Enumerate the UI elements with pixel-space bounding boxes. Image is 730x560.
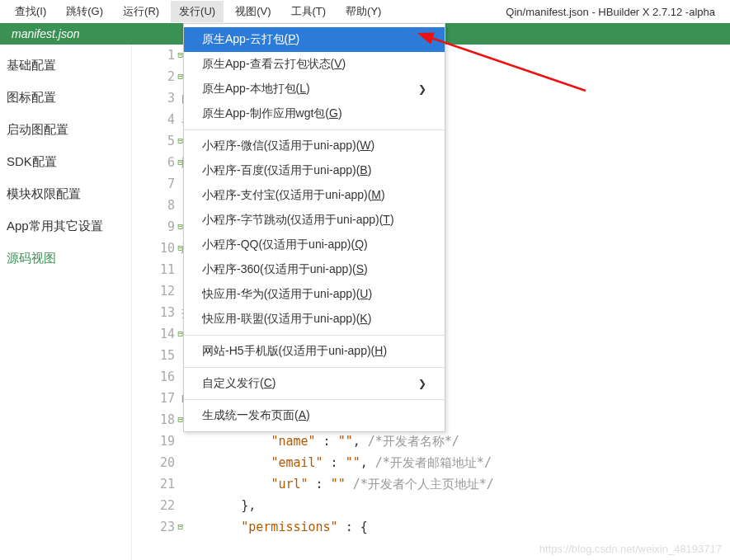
chevron-right-icon: ❯ [418, 378, 426, 389]
publish-dropdown: 原生App-云打包(P)原生App-查看云打包状态(V)原生App-本地打包(L… [183, 23, 445, 432]
dropdown-item[interactable]: 快应用-华为(仅适用于uni-app)(U) [184, 282, 445, 307]
menu-run[interactable]: 运行(R) [115, 1, 167, 22]
watermark: https://blog.csdn.net/weixin_48193717 [539, 543, 722, 555]
dropdown-item[interactable]: 小程序-QQ(仅适用于uni-app)(Q) [184, 233, 445, 257]
sidebar: 基础配置 图标配置 启动图配置 SDK配置 模块权限配置 App常用其它设置 源… [0, 45, 132, 560]
sidebar-item-icon[interactable]: 图标配置 [0, 82, 131, 114]
menu-find[interactable]: 查找(I) [7, 1, 54, 22]
dropdown-item[interactable]: 生成统一发布页面(A) [184, 403, 445, 428]
dropdown-item[interactable]: 小程序-百度(仅适用于uni-app)(B) [184, 158, 445, 183]
sidebar-item-app-other[interactable]: App常用其它设置 [0, 210, 131, 242]
sidebar-item-basic[interactable]: 基础配置 [0, 49, 131, 82]
sidebar-item-splash[interactable]: 启动图配置 [0, 114, 131, 146]
sidebar-item-sdk[interactable]: SDK配置 [0, 146, 131, 178]
dropdown-item[interactable]: 原生App-本地打包(L)❯ [184, 77, 445, 101]
dropdown-item[interactable]: 网站-H5手机版(仅适用于uni-app)(H) [184, 339, 445, 364]
dropdown-item[interactable]: 小程序-微信(仅适用于uni-app)(W) [184, 134, 445, 158]
dropdown-item[interactable]: 小程序-360(仅适用于uni-app)(S) [184, 257, 445, 282]
line-gutter: 1⊟2⊟345⊟6⊟789⊟10⊟11121314⊟15161718⊟19202… [132, 45, 181, 560]
dropdown-item[interactable]: 原生App-查看云打包状态(V) [184, 52, 445, 77]
dropdown-item[interactable]: 快应用-联盟(仅适用于uni-app)(K) [184, 307, 445, 332]
dropdown-item[interactable]: 原生App-制作应用wgt包(G) [184, 101, 445, 126]
chevron-right-icon: ❯ [418, 83, 426, 95]
menu-help[interactable]: 帮助(Y) [337, 1, 389, 22]
dropdown-item[interactable]: 原生App-云打包(P) [184, 27, 445, 52]
window-title: Qin/manifest.json - HBuilder X 2.7.12 -a… [506, 6, 723, 18]
menubar: 查找(I) 跳转(G) 运行(R) 发行(U) 视图(V) 工具(T) 帮助(Y… [0, 0, 730, 23]
dropdown-item[interactable]: 小程序-字节跳动(仅适用于uni-app)(T) [184, 208, 445, 233]
menu-goto[interactable]: 跳转(G) [58, 1, 111, 22]
tab-manifest[interactable]: manifest.json [0, 24, 91, 44]
sidebar-item-source[interactable]: 源码视图 [0, 242, 131, 275]
menu-view[interactable]: 视图(V) [227, 1, 279, 22]
dropdown-item[interactable]: 小程序-支付宝(仅适用于uni-app)(M) [184, 183, 445, 208]
dropdown-item[interactable]: 自定义发行(C)❯ [184, 371, 445, 396]
menu-publish[interactable]: 发行(U) [171, 1, 224, 22]
menu-tools[interactable]: 工具(T) [283, 1, 335, 22]
sidebar-item-module[interactable]: 模块权限配置 [0, 178, 131, 210]
